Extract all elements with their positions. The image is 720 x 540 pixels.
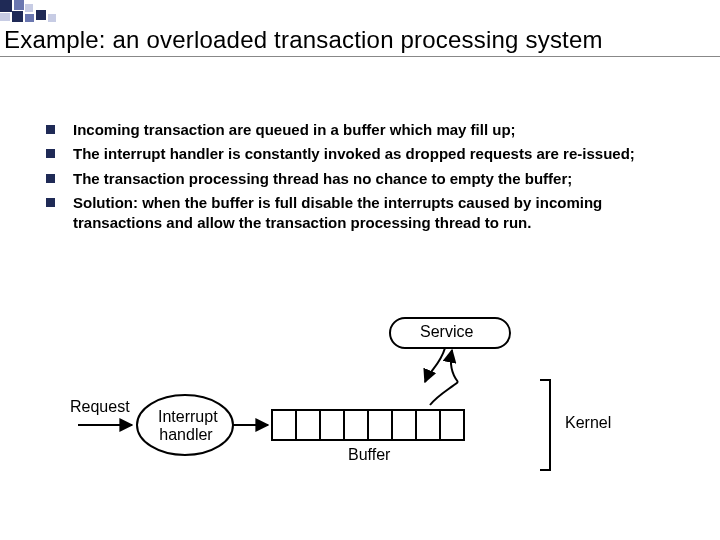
bullet-square-icon xyxy=(46,174,55,183)
kernel-label: Kernel xyxy=(565,414,611,432)
diagram-figure: Request Interrupt handler Buffer Service… xyxy=(70,310,650,500)
list-item: The interrupt handler is constantly invo… xyxy=(46,144,684,164)
bullet-text: Incoming transaction are queued in a buf… xyxy=(73,120,516,140)
svg-rect-5 xyxy=(320,410,344,440)
diagram-svg xyxy=(70,310,650,500)
list-item: Incoming transaction are queued in a buf… xyxy=(46,120,684,140)
bullet-square-icon xyxy=(46,198,55,207)
svg-rect-6 xyxy=(344,410,368,440)
svg-rect-3 xyxy=(272,410,296,440)
buffer-label: Buffer xyxy=(348,446,390,464)
interrupt-handler-line2: handler xyxy=(159,426,212,443)
decorative-squares-bar xyxy=(0,0,720,22)
svg-rect-7 xyxy=(368,410,392,440)
svg-rect-4 xyxy=(296,410,320,440)
bullet-square-icon xyxy=(46,125,55,134)
svg-rect-8 xyxy=(392,410,416,440)
bullet-square-icon xyxy=(46,149,55,158)
service-label: Service xyxy=(420,323,473,341)
list-item: Solution: when the buffer is full disabl… xyxy=(46,193,684,234)
interrupt-handler-label: Interrupt handler xyxy=(158,408,214,443)
svg-rect-10 xyxy=(440,410,464,440)
interrupt-handler-line1: Interrupt xyxy=(158,408,218,425)
svg-rect-9 xyxy=(416,410,440,440)
request-label: Request xyxy=(70,398,130,416)
slide: Example: an overloaded transaction proce… xyxy=(0,0,720,540)
bullet-list: Incoming transaction are queued in a buf… xyxy=(46,120,684,237)
bullet-text: The transaction processing thread has no… xyxy=(73,169,572,189)
bullet-text: The interrupt handler is constantly invo… xyxy=(73,144,635,164)
page-title: Example: an overloaded transaction proce… xyxy=(4,26,716,54)
buffer-cells xyxy=(272,410,464,440)
bullet-text: Solution: when the buffer is full disabl… xyxy=(73,193,684,234)
list-item: The transaction processing thread has no… xyxy=(46,169,684,189)
title-bar: Example: an overloaded transaction proce… xyxy=(0,26,720,57)
